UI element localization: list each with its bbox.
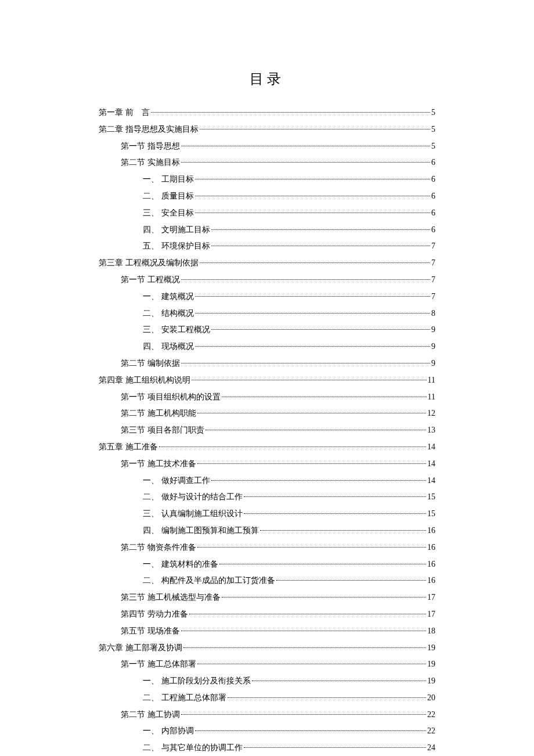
toc-entry-label: 三、 安全目标: [143, 206, 194, 220]
toc-leader-dots: [195, 296, 431, 297]
toc-leader-dots: [181, 631, 427, 631]
toc-entry-label: 第五章 施工准备: [99, 440, 158, 454]
toc-leader-dots: [211, 246, 431, 246]
toc-entry: 三、 安全目标6: [99, 206, 435, 220]
toc-entry-label: 第一节 指导思想: [121, 139, 180, 153]
toc-entry-label: 一、 建筑概况: [143, 290, 194, 304]
toc-entry-page: 17: [427, 607, 435, 621]
toc-entry: 第六章 施工部署及协调19: [99, 641, 435, 655]
toc-leader-dots: [181, 162, 431, 163]
toc-entry: 第一节 项目组织机构的设置11: [99, 390, 435, 404]
toc-entry-page: 6: [431, 189, 435, 203]
toc-entry-label: 二、 做好与设计的结合工作: [143, 490, 243, 504]
toc-entry-label: 一、 内部协调: [143, 724, 194, 738]
toc-entry-label: 第四节 劳动力准备: [121, 607, 188, 621]
toc-entry-page: 16: [427, 524, 435, 538]
toc-entry: 第三节 项目各部门职责13: [99, 423, 435, 437]
toc-entry-page: 13: [427, 423, 435, 437]
toc-entry-page: 20: [427, 691, 435, 705]
toc-entry: 第一节 工程概况7: [99, 273, 435, 287]
toc-leader-dots: [195, 196, 431, 196]
toc-entry-page: 5: [431, 139, 435, 153]
toc-entry-page: 11: [428, 373, 435, 387]
toc-entry-page: 16: [427, 574, 435, 588]
toc-entry-label: 三、 安装工程概况: [143, 323, 210, 337]
toc-leader-dots: [197, 664, 427, 664]
table-of-contents: 第一章 前 言5第二章 指导思想及实施目标5第一节 指导思想5第二节 实施目标6…: [99, 106, 435, 756]
toc-entry: 第五章 施工准备14: [99, 440, 435, 454]
toc-entry-page: 9: [431, 323, 435, 337]
toc-entry: 第二节 施工机构职能12: [99, 406, 435, 420]
toc-entry: 第一节 施工总体部署19: [99, 657, 435, 671]
toc-entry: 二、 质量目标6: [99, 189, 435, 203]
toc-entry: 第二节 物资条件准备16: [99, 541, 435, 555]
toc-entry-label: 第一节 施工总体部署: [121, 657, 196, 671]
toc-leader-dots: [192, 380, 427, 380]
toc-entry: 第一节 施工技术准备14: [99, 457, 435, 471]
toc-entry-label: 五、 环境保护目标: [143, 239, 210, 253]
toc-entry: 二、 结构概况8: [99, 307, 435, 321]
toc-entry: 第二节 施工协调22: [99, 708, 435, 722]
toc-leader-dots: [195, 313, 431, 314]
toc-entry-page: 9: [431, 340, 435, 354]
toc-leader-dots: [244, 747, 427, 748]
toc-leader-dots: [228, 697, 427, 698]
toc-entry-page: 6: [431, 172, 435, 186]
toc-entry: 一、 建筑材料的准备16: [99, 557, 435, 571]
toc-entry-page: 9: [431, 357, 435, 370]
toc-entry: 第二节 编制依据9: [99, 357, 435, 370]
toc-entry-label: 第二章 指导思想及实施目标: [99, 123, 199, 136]
toc-entry-page: 19: [427, 657, 435, 671]
toc-entry-label: 四、 现场概况: [143, 340, 194, 354]
toc-entry-page: 14: [427, 457, 435, 471]
toc-entry-page: 17: [427, 591, 435, 604]
toc-entry: 一、 建筑概况7: [99, 290, 435, 304]
toc-entry: 第一节 指导思想5: [99, 139, 435, 153]
toc-entry-label: 二、 构配件及半成品的加工订货准备: [143, 574, 275, 588]
toc-entry-label: 第二节 施工协调: [121, 708, 180, 722]
toc-entry-page: 18: [427, 624, 435, 638]
toc-leader-dots: [205, 430, 427, 430]
toc-entry-label: 第六章 施工部署及协调: [99, 641, 182, 655]
toc-entry-label: 二、 工程施工总体部署: [143, 691, 226, 705]
toc-entry-label: 四、 编制施工图预算和施工预算: [143, 524, 259, 538]
toc-entry-label: 第四章 施工组织机构说明: [99, 373, 190, 387]
toc-entry-page: 6: [431, 206, 435, 220]
toc-leader-dots: [222, 597, 427, 597]
toc-entry: 四、 现场概况9: [99, 340, 435, 354]
toc-entry-label: 四、 文明施工目标: [143, 223, 210, 237]
toc-leader-dots: [195, 730, 427, 731]
toc-leader-dots: [195, 179, 431, 179]
toc-leader-dots: [189, 614, 427, 614]
toc-entry-page: 8: [431, 307, 435, 321]
toc-entry-label: 二、 结构概况: [143, 307, 194, 321]
toc-entry-label: 第二节 编制依据: [121, 357, 180, 370]
toc-entry-page: 6: [431, 156, 435, 170]
toc-leader-dots: [197, 413, 427, 413]
toc-entry-label: 第三节 施工机械选型与准备: [121, 591, 221, 604]
toc-entry: 一、 工期目标6: [99, 172, 435, 186]
toc-entry: 三、 安装工程概况9: [99, 323, 435, 337]
toc-entry-label: 第五节 现场准备: [121, 624, 180, 638]
toc-entry-label: 第二节 物资条件准备: [121, 541, 196, 555]
toc-entry-page: 5: [431, 123, 435, 136]
toc-leader-dots: [183, 647, 427, 648]
toc-leader-dots: [195, 346, 431, 347]
toc-entry-page: 19: [427, 674, 435, 688]
toc-entry: 二、 工程施工总体部署20: [99, 691, 435, 705]
toc-entry-label: 第二节 施工机构职能: [121, 406, 196, 420]
toc-entry-page: 14: [427, 474, 435, 488]
toc-leader-dots: [151, 112, 431, 113]
toc-entry-label: 第三章 工程概况及编制依据: [99, 256, 199, 270]
toc-leader-dots: [181, 146, 431, 146]
toc-entry-page: 11: [428, 390, 435, 404]
toc-entry-label: 第一节 工程概况: [121, 273, 180, 287]
toc-leader-dots: [197, 463, 427, 464]
toc-entry-label: 一、 做好调查工作: [143, 474, 210, 488]
toc-entry-label: 第一章 前 言: [99, 106, 150, 120]
toc-entry: 第四节 劳动力准备17: [99, 607, 435, 621]
toc-leader-dots: [260, 530, 427, 531]
toc-entry: 一、 内部协调22: [99, 724, 435, 738]
toc-entry-label: 二、 与其它单位的协调工作: [143, 741, 243, 755]
toc-leader-dots: [211, 480, 427, 481]
